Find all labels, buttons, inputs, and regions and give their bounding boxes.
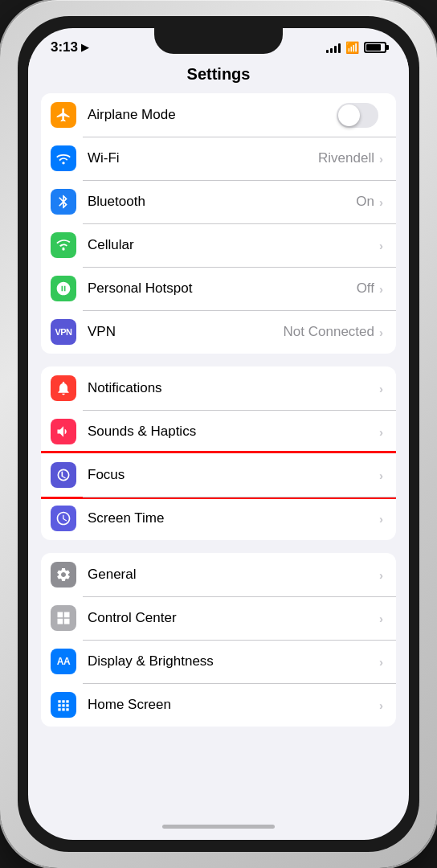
vpn-text: VPN <box>55 327 71 337</box>
time-display: 3:13 <box>51 39 78 55</box>
signal-strength-icon <box>326 42 341 53</box>
control-center-label: Control Center <box>88 610 379 626</box>
airplane-svg <box>55 107 71 123</box>
location-arrow-icon: ▶ <box>81 42 88 53</box>
cellular-icon <box>51 232 76 258</box>
status-time: 3:13 ▶ <box>51 39 88 55</box>
display-brightness-label: Display & Brightness <box>88 653 379 669</box>
general-row[interactable]: General › <box>41 553 396 596</box>
airplane-mode-toggle[interactable] <box>337 103 378 128</box>
focus-row[interactable]: Focus › <box>41 453 396 497</box>
general-label: General <box>88 567 379 583</box>
svg-point-0 <box>62 248 64 250</box>
screen-time-icon <box>51 506 76 531</box>
wifi-row[interactable]: Wi-Fi Rivendell › <box>41 137 396 180</box>
sounds-haptics-label: Sounds & Haptics <box>88 424 379 440</box>
focus-chevron-icon: › <box>379 469 383 482</box>
cellular-label: Cellular <box>88 237 379 253</box>
screen: 3:13 ▶ 📶 <box>28 28 409 840</box>
home-bar <box>162 825 275 829</box>
notch <box>154 28 283 54</box>
bluetooth-svg <box>55 194 71 210</box>
personal-hotspot-row[interactable]: Personal Hotspot Off › <box>41 267 396 310</box>
battery-fill <box>366 44 381 51</box>
screen-time-chevron-icon: › <box>379 512 383 526</box>
screen-time-row[interactable]: Screen Time › <box>41 497 396 540</box>
display-aa-text: AA <box>57 656 70 667</box>
cellular-svg <box>55 237 71 253</box>
bluetooth-row[interactable]: Bluetooth On › <box>41 180 396 223</box>
cellular-chevron-icon: › <box>379 239 383 252</box>
vpn-row[interactable]: VPN VPN Not Connected › <box>41 310 396 354</box>
home-screen-label: Home Screen <box>88 697 379 713</box>
system1-group: Notifications › Sounds & Haptics › <box>41 366 396 540</box>
control-center-row[interactable]: Control Center › <box>41 596 396 640</box>
control-center-chevron-icon: › <box>379 612 383 625</box>
wifi-icon <box>51 145 76 171</box>
bluetooth-label: Bluetooth <box>88 194 356 210</box>
vpn-label: VPN <box>88 324 284 340</box>
bluetooth-chevron-icon: › <box>379 195 383 209</box>
display-brightness-icon: AA <box>51 649 76 674</box>
wifi-chevron-icon: › <box>379 152 383 166</box>
sounds-haptics-row[interactable]: Sounds & Haptics › <box>41 410 396 453</box>
system2-group: General › Control Center › <box>41 553 396 727</box>
personal-hotspot-chevron-icon: › <box>379 282 383 296</box>
cellular-row[interactable]: Cellular › <box>41 223 396 267</box>
vpn-icon: VPN <box>51 319 76 345</box>
controlcenter-svg <box>55 610 71 626</box>
hotspot-svg <box>55 280 71 297</box>
notifications-chevron-icon: › <box>379 382 383 395</box>
wifi-label: Wi-Fi <box>88 150 318 166</box>
general-svg <box>55 567 71 583</box>
page-title-bar: Settings <box>28 59 409 93</box>
home-screen-icon <box>51 692 76 718</box>
bluetooth-icon <box>51 189 76 215</box>
wifi-status-icon: 📶 <box>345 41 359 54</box>
display-brightness-row[interactable]: AA Display & Brightness › <box>41 640 396 683</box>
screen-time-label: Screen Time <box>88 510 379 526</box>
airplane-mode-icon <box>51 102 76 128</box>
sounds-haptics-icon <box>51 419 76 444</box>
vpn-value: Not Connected <box>284 324 374 340</box>
vpn-chevron-icon: › <box>379 326 383 339</box>
focus-icon <box>51 462 76 488</box>
personal-hotspot-value: Off <box>357 280 374 297</box>
homescreen-svg <box>55 697 71 713</box>
personal-hotspot-label: Personal Hotspot <box>88 280 357 297</box>
home-screen-row[interactable]: Home Screen › <box>41 683 396 727</box>
personal-hotspot-icon <box>51 276 76 301</box>
focus-svg <box>55 467 71 483</box>
phone-frame: 3:13 ▶ 📶 <box>0 0 437 868</box>
page-title: Settings <box>44 65 393 84</box>
bluetooth-value: On <box>356 194 374 210</box>
wifi-value: Rivendell <box>318 150 374 166</box>
notifications-svg <box>55 380 71 396</box>
toggle-knob <box>338 104 360 126</box>
display-brightness-chevron-icon: › <box>379 655 383 669</box>
home-indicator <box>28 813 409 840</box>
control-center-icon <box>51 605 76 631</box>
phone-body: 3:13 ▶ 📶 <box>18 16 419 852</box>
general-chevron-icon: › <box>379 568 383 582</box>
notifications-row[interactable]: Notifications › <box>41 366 396 410</box>
home-screen-chevron-icon: › <box>379 698 383 712</box>
wifi-svg <box>55 150 71 166</box>
battery-icon <box>364 42 386 53</box>
settings-content[interactable]: Airplane Mode Wi-Fi Rivendel <box>28 93 409 813</box>
sounds-haptics-chevron-icon: › <box>379 425 383 439</box>
notifications-label: Notifications <box>88 380 379 396</box>
sounds-svg <box>55 424 71 440</box>
general-icon <box>51 562 76 588</box>
airplane-mode-row[interactable]: Airplane Mode <box>41 93 396 137</box>
focus-label: Focus <box>88 467 379 483</box>
connectivity-group: Airplane Mode Wi-Fi Rivendel <box>41 93 396 354</box>
status-icons: 📶 <box>326 41 386 54</box>
screentime-svg <box>55 510 71 526</box>
airplane-mode-label: Airplane Mode <box>88 107 337 123</box>
notifications-icon <box>51 375 76 401</box>
